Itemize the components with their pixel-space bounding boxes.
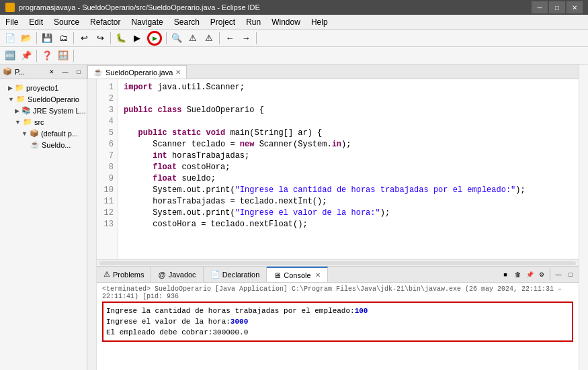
right-gutter xyxy=(579,64,588,370)
separator5 xyxy=(219,32,220,44)
prev-annotation[interactable]: ⚠ xyxy=(202,31,216,46)
tab-problems[interactable]: ⚠ Problems xyxy=(97,267,151,282)
arrow-icon: ▼ xyxy=(15,119,21,126)
console-settings[interactable]: ⚙ xyxy=(536,269,547,280)
console-stop-button[interactable]: ■ xyxy=(500,269,511,280)
code-editor[interactable]: import java.util.Scanner; public class S… xyxy=(118,79,579,259)
min-console-button[interactable]: — xyxy=(553,269,564,280)
console-icon: 🖥 xyxy=(274,271,281,279)
console-tab-close[interactable]: ✕ xyxy=(315,271,321,279)
menu-navigate[interactable]: Navigate xyxy=(126,15,168,29)
editor-tabs: ☕ SueldoOperario.java ✕ xyxy=(87,64,579,79)
help-button[interactable]: ❓ xyxy=(40,48,54,63)
open-button[interactable]: 📂 xyxy=(19,31,34,46)
run-prev-button[interactable]: ▶ xyxy=(130,31,144,46)
menu-window[interactable]: Window xyxy=(266,15,306,29)
menu-help[interactable]: Help xyxy=(306,15,333,29)
redo-button[interactable]: ↪ xyxy=(93,31,108,46)
tree-label: JRE System L... xyxy=(33,107,86,115)
code-line xyxy=(124,93,573,105)
code-line: System.out.print("Ingrese la cantidad de… xyxy=(124,185,573,196)
tree-item-sueldo-java[interactable]: ☕ Sueldo... xyxy=(0,139,87,150)
line-numbers: 1234 5678 910111213 xyxy=(97,79,118,259)
tree-item-default-pkg[interactable]: ▼ 📦 (default p... xyxy=(0,128,87,139)
panel-header-icon: 📦 xyxy=(3,67,12,76)
panel-header-label: P... xyxy=(15,68,25,76)
main-area: 📦 P... ✕ — □ ▶ 📁 proyecto1 ▼ 📁 SueldoOpe… xyxy=(0,64,588,370)
separator1 xyxy=(36,32,37,44)
open-resource-button[interactable]: 📌 xyxy=(19,48,34,63)
perspective-button[interactable]: 🪟 xyxy=(56,48,71,63)
separator6 xyxy=(256,32,257,44)
next-edit-button[interactable]: → xyxy=(239,31,253,46)
save-all-button[interactable]: 🗂 xyxy=(56,31,71,46)
package-tree: ▶ 📁 proyecto1 ▼ 📁 SueldoOperario ▶ 📚 JRE… xyxy=(0,79,87,370)
tree-label: Sueldo... xyxy=(42,141,71,149)
search-button[interactable]: 🔍 xyxy=(169,31,184,46)
code-line: public class SueldoOperario { xyxy=(124,105,573,116)
package-explorer-header: 📦 P... ✕ — □ xyxy=(0,64,87,79)
console-clear-button[interactable]: 🗑 xyxy=(512,269,523,280)
separator2 xyxy=(73,32,74,44)
tree-item-proyecto1[interactable]: ▶ 📁 proyecto1 xyxy=(0,82,87,93)
tab-javadoc[interactable]: @ Javadoc xyxy=(151,267,203,282)
menu-run[interactable]: Run xyxy=(241,15,266,29)
close-panel-button[interactable]: ✕ xyxy=(46,66,57,77)
console-line-2: Ingrese el valor de la hora:3000 xyxy=(106,316,569,327)
tab-close-icon[interactable]: ✕ xyxy=(175,68,181,76)
tab-console[interactable]: 🖥 Console ✕ xyxy=(267,267,327,282)
new-button[interactable]: 📄 xyxy=(3,31,17,46)
tree-item-jre[interactable]: ▶ 📚 JRE System L... xyxy=(0,105,87,116)
menu-edit[interactable]: Edit xyxy=(24,15,48,29)
open-type-button[interactable]: 🔤 xyxy=(3,48,17,63)
console-line-1: Ingrese la cantidad de horas trabajadas … xyxy=(106,306,569,316)
code-area[interactable]: 1234 5678 910111213 import java.util.Sca… xyxy=(97,79,579,259)
app-icon xyxy=(5,3,15,12)
menu-bar: File Edit Source Refactor Navigate Searc… xyxy=(0,15,588,30)
minimize-button[interactable]: ─ xyxy=(532,1,548,13)
menu-project[interactable]: Project xyxy=(205,15,241,29)
code-line: horasTrabajadas = teclado.nextInt(); xyxy=(124,196,573,207)
code-line: float sueldo; xyxy=(124,173,573,185)
separator4 xyxy=(166,32,167,44)
editor-hscrollbar[interactable] xyxy=(97,259,579,266)
maximize-button[interactable]: □ xyxy=(549,1,565,13)
save-button[interactable]: 💾 xyxy=(40,31,54,46)
tab-javadoc-label: Javadoc xyxy=(169,271,196,279)
undo-button[interactable]: ↩ xyxy=(77,31,91,46)
debug-button[interactable]: 🐛 xyxy=(114,31,128,46)
console-pin-button[interactable]: 📌 xyxy=(524,269,535,280)
bottom-panel: ⚠ Problems @ Javadoc 📄 Declaration 🖥 xyxy=(97,266,579,370)
last-edit-button[interactable]: ← xyxy=(222,31,237,46)
max-panel-button[interactable]: □ xyxy=(73,66,84,77)
tree-label: src xyxy=(34,118,44,126)
menu-refactor[interactable]: Refactor xyxy=(85,15,126,29)
min-panel-button[interactable]: — xyxy=(60,66,71,77)
toolbar1: 📄 📂 💾 🗂 ↩ ↪ 🐛 ▶ 🔍 ⚠ ⚠ ← → xyxy=(0,30,588,47)
menu-search[interactable]: Search xyxy=(169,15,205,29)
max-console-button[interactable]: □ xyxy=(565,269,576,280)
tree-item-sueldooperario[interactable]: ▼ 📁 SueldoOperario xyxy=(0,93,87,105)
package-explorer-panel: 📦 P... ✕ — □ ▶ 📁 proyecto1 ▼ 📁 SueldoOpe… xyxy=(0,64,87,370)
tab-label: SueldoOperario.java xyxy=(106,68,173,77)
code-line: float costoHora; xyxy=(124,162,573,173)
bottom-tabs: ⚠ Problems @ Javadoc 📄 Declaration 🖥 xyxy=(97,267,579,283)
run-button[interactable] xyxy=(146,30,163,47)
menu-source[interactable]: Source xyxy=(48,15,85,29)
close-button[interactable]: ✕ xyxy=(566,1,583,13)
editor-content: 1234 5678 910111213 import java.util.Sca… xyxy=(97,79,579,370)
editor-tab-main[interactable]: ☕ SueldoOperario.java ✕ xyxy=(87,65,187,79)
tree-item-src[interactable]: ▼ 📁 src xyxy=(0,116,87,128)
console-output-box: Ingrese la cantidad de horas trabajadas … xyxy=(102,302,573,342)
tab-problems-label: Problems xyxy=(113,271,144,279)
code-line xyxy=(124,116,573,128)
tab-console-label: Console xyxy=(284,271,310,279)
tab-declaration[interactable]: 📄 Declaration xyxy=(204,267,267,282)
at-icon: @ xyxy=(158,271,165,279)
title-bar: programasjavaya - SueldoOperario/src/Sue… xyxy=(0,0,588,15)
next-annotation[interactable]: ⚠ xyxy=(185,31,200,46)
menu-file[interactable]: File xyxy=(0,15,24,29)
title-text: programasjavaya - SueldoOperario/src/Sue… xyxy=(19,3,260,11)
code-line: import java.util.Scanner; xyxy=(124,82,573,93)
separator8 xyxy=(73,50,74,62)
